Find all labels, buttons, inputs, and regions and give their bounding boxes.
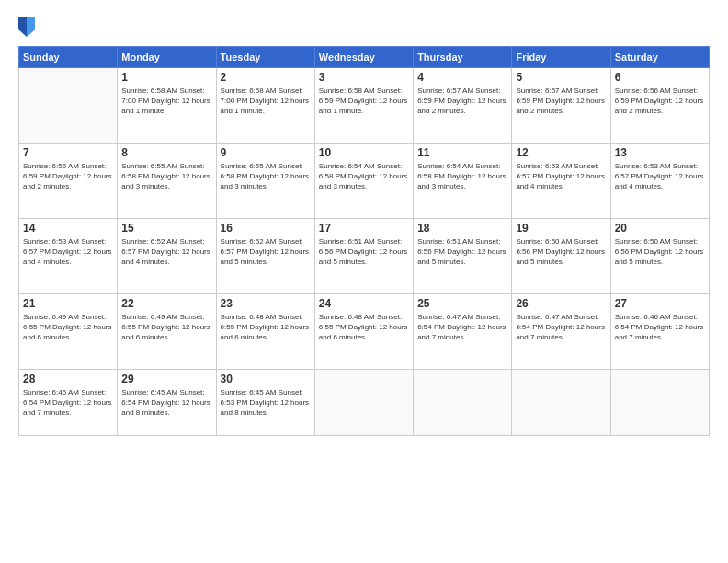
logo-icon — [18, 17, 35, 37]
day-info: Sunrise: 6:55 AM Sunset: 6:58 PM Dayligh… — [221, 161, 311, 192]
day-cell: 25Sunrise: 6:47 AM Sunset: 6:54 PM Dayli… — [414, 294, 512, 370]
day-cell: 15Sunrise: 6:52 AM Sunset: 6:57 PM Dayli… — [118, 219, 216, 294]
day-number: 9 — [221, 146, 311, 159]
day-number: 18 — [417, 222, 507, 235]
day-number: 11 — [417, 146, 507, 159]
day-info: Sunrise: 6:52 AM Sunset: 6:57 PM Dayligh… — [221, 236, 311, 268]
day-cell: 2Sunrise: 6:58 AM Sunset: 7:00 PM Daylig… — [216, 68, 314, 144]
week-row-5: 28Sunrise: 6:46 AM Sunset: 6:54 PM Dayli… — [19, 370, 710, 436]
day-number: 29 — [121, 373, 211, 385]
day-info: Sunrise: 6:46 AM Sunset: 6:54 PM Dayligh… — [23, 387, 113, 419]
day-number: 22 — [121, 297, 211, 310]
day-number: 19 — [516, 222, 606, 235]
header-row: SundayMondayTuesdayWednesdayThursdayFrid… — [19, 47, 710, 68]
day-info: Sunrise: 6:45 AM Sunset: 6:54 PM Dayligh… — [121, 387, 211, 419]
day-cell — [512, 370, 610, 436]
day-info: Sunrise: 6:50 AM Sunset: 6:56 PM Dayligh… — [516, 236, 606, 268]
day-cell: 6Sunrise: 6:56 AM Sunset: 6:59 PM Daylig… — [610, 68, 709, 144]
day-info: Sunrise: 6:49 AM Sunset: 6:55 PM Dayligh… — [121, 312, 211, 343]
day-number: 8 — [121, 146, 211, 159]
day-info: Sunrise: 6:54 AM Sunset: 6:58 PM Dayligh… — [417, 161, 507, 192]
day-number: 25 — [417, 297, 507, 310]
day-cell: 14Sunrise: 6:53 AM Sunset: 6:57 PM Dayli… — [19, 219, 118, 294]
logo — [18, 17, 37, 37]
day-number: 3 — [319, 71, 409, 84]
day-cell: 26Sunrise: 6:47 AM Sunset: 6:54 PM Dayli… — [512, 294, 610, 370]
day-info: Sunrise: 6:54 AM Sunset: 6:58 PM Dayligh… — [319, 161, 409, 192]
day-cell: 3Sunrise: 6:58 AM Sunset: 6:59 PM Daylig… — [314, 68, 413, 144]
day-cell: 1Sunrise: 6:58 AM Sunset: 7:00 PM Daylig… — [118, 68, 216, 144]
day-info: Sunrise: 6:50 AM Sunset: 6:56 PM Dayligh… — [615, 236, 705, 268]
week-row-4: 21Sunrise: 6:49 AM Sunset: 6:55 PM Dayli… — [19, 294, 710, 370]
col-header-saturday: Saturday — [610, 47, 709, 68]
day-number: 16 — [221, 222, 311, 235]
day-number: 27 — [615, 297, 705, 310]
day-info: Sunrise: 6:51 AM Sunset: 6:56 PM Dayligh… — [417, 236, 507, 268]
day-cell: 22Sunrise: 6:49 AM Sunset: 6:55 PM Dayli… — [118, 294, 216, 370]
week-row-1: 1Sunrise: 6:58 AM Sunset: 7:00 PM Daylig… — [19, 68, 710, 144]
calendar: SundayMondayTuesdayWednesdayThursdayFrid… — [18, 46, 710, 436]
day-info: Sunrise: 6:56 AM Sunset: 6:59 PM Dayligh… — [615, 86, 705, 117]
day-cell: 24Sunrise: 6:48 AM Sunset: 6:55 PM Dayli… — [314, 294, 413, 370]
day-cell: 19Sunrise: 6:50 AM Sunset: 6:56 PM Dayli… — [512, 219, 610, 294]
day-info: Sunrise: 6:51 AM Sunset: 6:56 PM Dayligh… — [319, 236, 409, 268]
day-info: Sunrise: 6:58 AM Sunset: 6:59 PM Dayligh… — [319, 86, 409, 117]
day-number: 17 — [319, 222, 409, 235]
col-header-monday: Monday — [118, 47, 216, 68]
day-cell — [414, 370, 512, 436]
day-number: 12 — [516, 146, 606, 159]
day-cell — [314, 370, 413, 436]
col-header-sunday: Sunday — [19, 47, 118, 68]
week-row-3: 14Sunrise: 6:53 AM Sunset: 6:57 PM Dayli… — [19, 219, 710, 294]
day-cell: 27Sunrise: 6:46 AM Sunset: 6:54 PM Dayli… — [610, 294, 709, 370]
day-info: Sunrise: 6:56 AM Sunset: 6:59 PM Dayligh… — [23, 161, 113, 192]
day-cell: 9Sunrise: 6:55 AM Sunset: 6:58 PM Daylig… — [216, 144, 314, 219]
day-info: Sunrise: 6:47 AM Sunset: 6:54 PM Dayligh… — [417, 312, 507, 343]
day-cell: 16Sunrise: 6:52 AM Sunset: 6:57 PM Dayli… — [216, 219, 314, 294]
day-cell: 13Sunrise: 6:53 AM Sunset: 6:57 PM Dayli… — [610, 144, 709, 219]
day-cell: 29Sunrise: 6:45 AM Sunset: 6:54 PM Dayli… — [118, 370, 216, 436]
day-cell: 10Sunrise: 6:54 AM Sunset: 6:58 PM Dayli… — [314, 144, 413, 219]
day-info: Sunrise: 6:49 AM Sunset: 6:55 PM Dayligh… — [23, 312, 113, 343]
day-cell: 7Sunrise: 6:56 AM Sunset: 6:59 PM Daylig… — [19, 144, 118, 219]
day-number: 14 — [23, 222, 113, 235]
day-number: 28 — [23, 373, 113, 385]
day-number: 13 — [615, 146, 705, 159]
day-info: Sunrise: 6:48 AM Sunset: 6:55 PM Dayligh… — [319, 312, 409, 343]
header — [18, 17, 710, 37]
col-header-thursday: Thursday — [414, 47, 512, 68]
day-number: 4 — [417, 71, 507, 84]
col-header-tuesday: Tuesday — [216, 47, 314, 68]
day-info: Sunrise: 6:47 AM Sunset: 6:54 PM Dayligh… — [516, 312, 606, 343]
day-number: 7 — [23, 146, 113, 159]
day-cell: 5Sunrise: 6:57 AM Sunset: 6:59 PM Daylig… — [512, 68, 610, 144]
day-info: Sunrise: 6:52 AM Sunset: 6:57 PM Dayligh… — [121, 236, 211, 268]
day-info: Sunrise: 6:58 AM Sunset: 7:00 PM Dayligh… — [221, 86, 311, 117]
week-row-2: 7Sunrise: 6:56 AM Sunset: 6:59 PM Daylig… — [19, 144, 710, 219]
svg-marker-1 — [27, 17, 35, 37]
day-info: Sunrise: 6:53 AM Sunset: 6:57 PM Dayligh… — [615, 161, 705, 192]
day-number: 1 — [121, 71, 211, 84]
day-number: 26 — [516, 297, 606, 310]
day-cell: 18Sunrise: 6:51 AM Sunset: 6:56 PM Dayli… — [414, 219, 512, 294]
page: SundayMondayTuesdayWednesdayThursdayFrid… — [0, 0, 728, 563]
day-cell: 4Sunrise: 6:57 AM Sunset: 6:59 PM Daylig… — [414, 68, 512, 144]
day-info: Sunrise: 6:57 AM Sunset: 6:59 PM Dayligh… — [417, 86, 507, 117]
day-cell: 28Sunrise: 6:46 AM Sunset: 6:54 PM Dayli… — [19, 370, 118, 436]
day-cell: 8Sunrise: 6:55 AM Sunset: 6:58 PM Daylig… — [118, 144, 216, 219]
day-cell: 11Sunrise: 6:54 AM Sunset: 6:58 PM Dayli… — [414, 144, 512, 219]
day-cell: 21Sunrise: 6:49 AM Sunset: 6:55 PM Dayli… — [19, 294, 118, 370]
day-number: 15 — [121, 222, 211, 235]
day-cell: 12Sunrise: 6:53 AM Sunset: 6:57 PM Dayli… — [512, 144, 610, 219]
day-info: Sunrise: 6:45 AM Sunset: 6:53 PM Dayligh… — [221, 387, 311, 419]
col-header-friday: Friday — [512, 47, 610, 68]
day-cell: 20Sunrise: 6:50 AM Sunset: 6:56 PM Dayli… — [610, 219, 709, 294]
day-number: 5 — [516, 71, 606, 84]
day-number: 10 — [319, 146, 409, 159]
day-number: 24 — [319, 297, 409, 310]
day-info: Sunrise: 6:55 AM Sunset: 6:58 PM Dayligh… — [121, 161, 211, 192]
day-cell — [610, 370, 709, 436]
day-number: 20 — [615, 222, 705, 235]
day-number: 30 — [221, 373, 311, 385]
day-info: Sunrise: 6:58 AM Sunset: 7:00 PM Dayligh… — [121, 86, 211, 117]
